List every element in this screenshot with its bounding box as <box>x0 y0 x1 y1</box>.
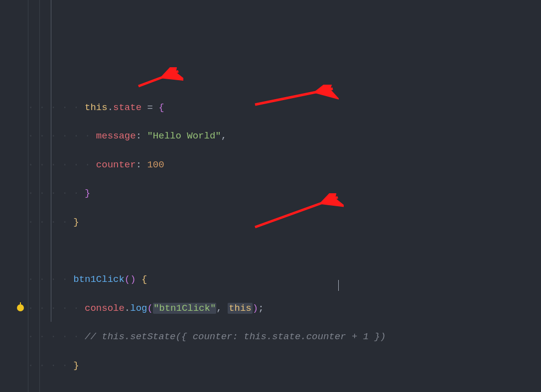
code-line[interactable]: · · · · · this.state = { <box>28 101 541 115</box>
lightbulb-icon[interactable] <box>17 304 24 311</box>
code-line[interactable]: · · · · · } <box>28 186 541 201</box>
code-editor[interactable]: · · · · · this.state = { · · · · · · mes… <box>0 0 541 392</box>
code-line[interactable]: · · · · · console.log("btn1Click", this)… <box>28 301 541 316</box>
code-line[interactable]: · · · · } <box>28 359 541 373</box>
code-line[interactable]: · · · · · // this.setState({ counter: th… <box>28 330 541 344</box>
code-line[interactable]: · · · · · · message: "Hello World", <box>28 129 541 143</box>
text-cursor <box>338 280 339 291</box>
code-line[interactable]: · · · · · · counter: 100 <box>28 158 541 172</box>
code-line[interactable] <box>28 388 541 392</box>
code-line[interactable] <box>28 244 541 259</box>
code-line[interactable]: · · · · btn1Click() { <box>28 272 541 287</box>
code-line[interactable]: · · · · } <box>28 215 541 230</box>
